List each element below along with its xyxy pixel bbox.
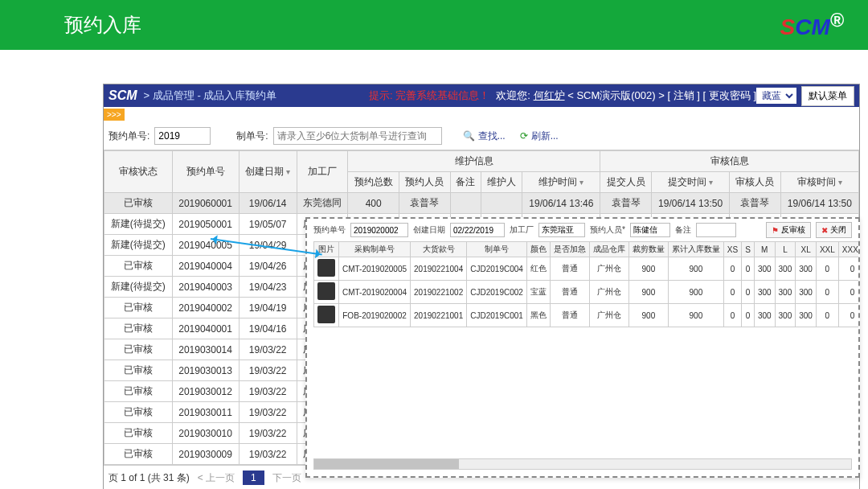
page-header: 预约入库 SCM® (0, 0, 868, 50)
page-title: 预约入库 (64, 12, 141, 38)
brand-logo: SCM® (780, 10, 844, 40)
